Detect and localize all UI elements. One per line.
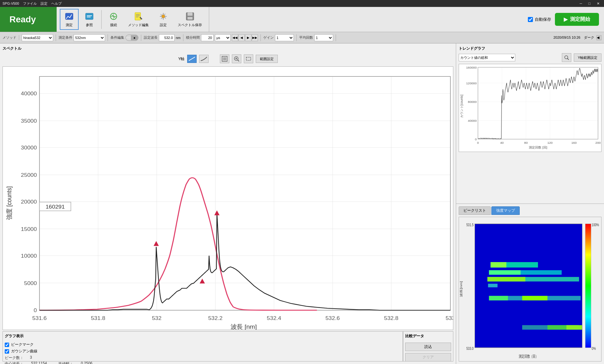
auto-save-label[interactable]: 自動保存 <box>528 17 551 22</box>
method-edit-button[interactable]: メソッド編集 <box>124 9 153 29</box>
svg-rect-25 <box>3 67 453 330</box>
condition-group: 測定条件 532nm <box>59 34 108 41</box>
play-icon: ▶ <box>564 16 568 22</box>
integration-input[interactable] <box>201 34 214 41</box>
svg-text:160000: 160000 <box>466 66 477 69</box>
menu-settings[interactable]: 設定 <box>41 1 48 6</box>
wavelength-input[interactable] <box>159 34 175 41</box>
gain-select[interactable]: 1 <box>275 34 294 41</box>
measure-button[interactable]: 測定 <box>60 9 79 30</box>
range-settings-btn[interactable]: 範囲設定 <box>256 55 278 63</box>
condition-edit-group: 条件編集 ● <box>110 35 141 41</box>
toggle-off[interactable] <box>126 37 131 38</box>
svg-text:30000: 30000 <box>21 145 37 151</box>
integration-prev[interactable]: ◀ <box>238 34 245 41</box>
trend-x-title: 測定回数 [回] <box>529 146 547 149</box>
svg-text:40000: 40000 <box>21 91 37 97</box>
clear-button[interactable]: クリア <box>405 353 451 361</box>
log-scale-btn[interactable] <box>199 55 209 63</box>
y-axis-range-btn[interactable]: Y軸範囲設定 <box>574 53 601 62</box>
integration-unit-select[interactable]: μs <box>215 34 231 41</box>
integration-group: 積分時間 μs ◀◀ ◀ ▶ ▶▶ <box>186 34 261 41</box>
trend-select[interactable]: カウント値の総和 <box>459 54 515 61</box>
svg-text:533.0: 533.0 <box>467 346 474 351</box>
wavelength-group: 設定波長 nm <box>144 34 183 41</box>
compare-data-panel: 比較データ 読込 クリア <box>403 331 453 361</box>
reference-label: 参照 <box>86 23 93 27</box>
peak-info: ピーク数： 3 中心波長： 532.1154 半値幅： 0.2506 <box>5 355 401 364</box>
gaussian-checkbox[interactable] <box>5 349 9 354</box>
svg-text:80: 80 <box>524 141 528 144</box>
svg-text:160: 160 <box>571 141 577 144</box>
svg-point-13 <box>162 15 165 18</box>
svg-text:531.6: 531.6 <box>32 315 47 321</box>
zoom-region-btn[interactable] <box>244 54 253 63</box>
integration-last[interactable]: ▶▶ <box>252 34 258 41</box>
peak-info-row-2: 中心波長： 532.1154 半値幅： 0.2506 <box>5 361 401 364</box>
connect-button[interactable]: 接続 <box>104 9 123 29</box>
linear-scale-btn[interactable] <box>187 55 197 63</box>
start-button[interactable]: ▶ 測定開始 <box>555 13 599 26</box>
average-group: 平均回数 1 <box>299 34 336 41</box>
svg-text:532.4: 532.4 <box>267 315 281 321</box>
reference-button[interactable]: 参照 <box>80 9 99 29</box>
condition-select[interactable]: 532nm <box>74 34 105 41</box>
param-bar: メソッド hiraoka532 測定条件 532nm 条件編集 ● 設定波長 n… <box>0 32 604 43</box>
svg-line-17 <box>189 57 195 61</box>
trend-y-title: カウント[counts] <box>460 95 463 118</box>
svg-text:531.8: 531.8 <box>91 315 105 321</box>
svg-rect-15 <box>187 13 193 16</box>
peak-section: ピークリスト 強度マップ <box>456 204 604 364</box>
peak-count-value: 3 <box>30 355 32 361</box>
svg-text:40: 40 <box>500 141 504 144</box>
auto-save-checkbox[interactable] <box>528 17 533 22</box>
tab-bar: ピークリスト 強度マップ <box>459 206 601 215</box>
method-value-group: hiraoka532 <box>22 34 56 41</box>
tab-peak-list[interactable]: ピークリスト <box>459 206 491 215</box>
titlebar: SPG-V500 ファイル 設定 ヘルプ ─ □ ✕ <box>0 0 604 7</box>
integration-next[interactable]: ▶ <box>245 34 251 41</box>
intensity-band-3-bright <box>487 277 525 281</box>
trend-svg: 0 40000 80000 120000 160000 0 40 80 120 … <box>459 64 601 152</box>
toggle-on[interactable]: ● <box>131 35 138 40</box>
svg-line-62 <box>567 58 569 60</box>
spectrum-save-icon <box>185 11 195 21</box>
spectrum-title: スペクトル <box>3 46 453 51</box>
dark-button[interactable]: ◀ <box>596 35 601 40</box>
svg-text:0: 0 <box>34 307 37 313</box>
svg-rect-7 <box>135 13 141 20</box>
close-btn[interactable]: ✕ <box>595 1 601 6</box>
method-select[interactable]: hiraoka532 <box>22 34 53 41</box>
menu-help[interactable]: ヘルプ <box>51 1 62 6</box>
trend-zoom-btn[interactable] <box>562 53 571 62</box>
svg-text:40000: 40000 <box>468 119 477 122</box>
zoom-cursor-btn[interactable] <box>232 54 241 63</box>
maximize-btn[interactable]: □ <box>586 1 592 6</box>
spectrum-save-button[interactable]: スペクトル保存 <box>174 9 206 29</box>
intensity-x-title: 測定回数（回） <box>519 354 539 358</box>
svg-text:0: 0 <box>477 141 479 144</box>
left-panel: スペクトル Y軸 <box>0 43 456 364</box>
average-label: 平均回数 <box>299 35 313 40</box>
legend-0: 0% <box>592 346 596 351</box>
minimize-btn[interactable]: ─ <box>578 1 584 6</box>
peak-count-label: ピーク数： <box>5 355 24 361</box>
intensity-band-2-bright <box>489 270 520 275</box>
trend-section: トレンドグラフ カウント値の総和 Y軸範囲設定 <box>456 43 604 204</box>
zoom-fit-btn[interactable] <box>220 54 229 63</box>
integration-nav: ◀◀ ◀ ▶ ▶▶ <box>232 34 258 41</box>
tab-intensity-map[interactable]: 強度マップ <box>491 206 520 215</box>
average-select[interactable]: 1 <box>314 34 333 41</box>
settings-label: 設定 <box>160 23 167 27</box>
integration-first[interactable]: ◀◀ <box>232 34 238 41</box>
wavelength-label: 設定波長 <box>144 35 158 40</box>
condition-toggle[interactable]: ● <box>126 35 138 41</box>
read-button[interactable]: 読込 <box>405 343 451 351</box>
peak-mark-checkbox[interactable] <box>5 343 9 347</box>
auto-save-text: 自動保存 <box>535 17 551 22</box>
menu-file[interactable]: ファイル <box>23 1 37 6</box>
measure-label: 測定 <box>66 23 73 27</box>
svg-text:20000: 20000 <box>21 199 37 205</box>
settings-button[interactable]: 設定 <box>154 9 173 29</box>
spectrum-chart: 0 5000 10000 15000 20000 25000 30000 350… <box>3 66 453 330</box>
